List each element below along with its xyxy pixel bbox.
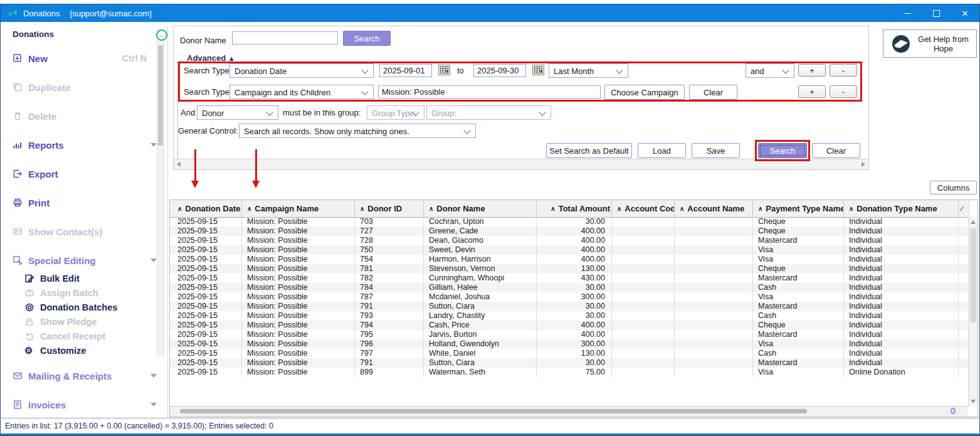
table-row[interactable]: 2025-09-15Mission: Possible899Waterman, … xyxy=(170,368,968,377)
cell-donor-name: White, Daniel xyxy=(424,349,537,358)
table-row[interactable]: 2025-09-15Mission: Possible784Gilliam, H… xyxy=(170,283,968,292)
table-row[interactable]: 2025-09-15Mission: Possible703Cochran, U… xyxy=(170,217,968,226)
column-header-campaign-name[interactable]: ∧Campaign Name xyxy=(242,200,355,217)
sidebar-item-special-editing[interactable]: Special Editing xyxy=(13,253,157,268)
table-row[interactable]: 2025-09-15Mission: Possible794Cash, Pric… xyxy=(170,321,968,330)
choose-campaign-button[interactable]: Choose Campaign xyxy=(604,85,685,100)
cell-account-code xyxy=(612,217,675,226)
add-criterion-button-1[interactable]: + xyxy=(798,64,826,77)
scroll-down-icon xyxy=(971,400,976,403)
cell-donor-id: 754 xyxy=(355,255,424,264)
column-header-total-amount[interactable]: ∧Total Amount xyxy=(537,200,612,217)
sort-asc-icon: ∧ xyxy=(247,205,251,212)
group-type-select[interactable]: Group Type: xyxy=(367,105,424,120)
donor-name-input[interactable] xyxy=(232,31,338,45)
sidebar-scrollbar-thumb[interactable] xyxy=(158,45,163,146)
table-row[interactable]: 2025-09-15Mission: Possible793Landry, Ch… xyxy=(170,311,968,321)
table-row[interactable]: 2025-09-15Mission: Possible754Harmon, Ha… xyxy=(170,255,968,264)
sidebar-item-cancel-receipt[interactable]: Cancel Receipt xyxy=(24,329,157,343)
add-criterion-button-2[interactable]: + xyxy=(798,85,826,98)
sidebar-scrollbar[interactable] xyxy=(157,40,164,356)
sidebar-item-export[interactable]: Export xyxy=(13,166,157,181)
cell-campaign-name: Mission: Possible xyxy=(242,217,355,226)
search-type-1-select[interactable]: Donation Date xyxy=(229,63,374,78)
column-header-donation-type-name[interactable]: ∧Donation Type Name xyxy=(844,200,959,217)
remove-criterion-button-2[interactable]: - xyxy=(830,85,857,98)
donor-search-button[interactable]: Search xyxy=(343,31,391,46)
date-from-input[interactable] xyxy=(379,64,432,77)
sidebar-item-customize[interactable]: ⚙Customize xyxy=(24,343,157,358)
table-row[interactable]: 2025-09-15Mission: Possible795Jarvis, Bu… xyxy=(170,330,968,339)
sidebar-item-show-pledge[interactable]: Show Pledge xyxy=(24,314,157,329)
column-header-payment-type-name[interactable]: ∧Payment Type Name xyxy=(753,200,844,217)
table-vscroll-thumb[interactable] xyxy=(970,228,976,322)
column-header-account-name[interactable]: ∧Account Name xyxy=(675,200,753,217)
column-header-donor-id[interactable]: ∧Donor ID xyxy=(355,200,424,217)
set-search-default-button[interactable]: Set Search as Default xyxy=(546,143,632,158)
columns-button[interactable]: Columns xyxy=(930,181,977,194)
table-row[interactable]: 2025-09-15Mission: Possible782Cunningham… xyxy=(170,274,968,283)
app-logo-icon xyxy=(8,9,18,17)
cell-donation-type-name: Individual xyxy=(844,349,959,358)
panel-horizontal-scrollbar[interactable] xyxy=(174,159,868,169)
cell-account-name xyxy=(675,330,753,339)
minimize-button[interactable] xyxy=(893,4,922,22)
column-header-donor-name[interactable]: ∧Donor Name xyxy=(424,200,537,217)
maximize-button[interactable] xyxy=(922,4,951,22)
table-hscroll-thumb[interactable] xyxy=(180,409,807,413)
column-header-account-code[interactable]: ∧Account Code xyxy=(612,200,675,217)
sidebar-item-label: Customize xyxy=(40,346,86,356)
cell-donation-type-name: Individual xyxy=(844,292,959,302)
cell-donor-id: 782 xyxy=(355,274,424,283)
sidebar-item-bulk-edit[interactable]: Bulk Edit xyxy=(24,271,157,285)
table-row[interactable]: 2025-09-15Mission: Possible727Greene, Ca… xyxy=(170,226,968,236)
sidebar-item-invoices[interactable]: Invoices xyxy=(13,397,157,412)
sidebar-item-reports[interactable]: Reports xyxy=(13,137,157,152)
general-control-select[interactable]: Search all records. Show only matching o… xyxy=(239,124,476,138)
search-type-1-value: Donation Date xyxy=(234,66,287,75)
column-header-donation-date[interactable]: ∧Donation Date xyxy=(170,200,242,217)
get-help-button[interactable]: Get Help from Hope xyxy=(883,29,977,58)
table-row[interactable]: 2025-09-15Mission: Possible796Holland, G… xyxy=(170,339,968,349)
cell-donor-id: 899 xyxy=(355,368,424,377)
sidebar-item-donation-batches[interactable]: Donation Batches xyxy=(24,300,157,314)
group-entity-select[interactable]: Donor xyxy=(197,105,278,120)
sidebar-item-duplicate[interactable]: Duplicate xyxy=(13,80,157,95)
table-horizontal-scrollbar[interactable]: 0 xyxy=(170,406,968,417)
group-select[interactable]: Group: xyxy=(426,105,551,120)
save-search-button[interactable]: Save xyxy=(692,143,740,158)
close-button[interactable]: ✕ xyxy=(951,4,979,22)
search-type-2-select[interactable]: Campaign and its Children xyxy=(229,85,374,99)
table-row[interactable]: 2025-09-15Mission: Possible797White, Dan… xyxy=(170,349,968,358)
table-row[interactable]: 2025-09-15Mission: Possible728Dean, Giac… xyxy=(170,236,968,245)
joiner-select[interactable]: and xyxy=(746,63,794,78)
table-vertical-scrollbar[interactable] xyxy=(968,217,977,407)
load-search-button[interactable]: Load xyxy=(638,143,686,158)
date-to-input[interactable] xyxy=(473,64,526,77)
table-row[interactable]: 2025-09-15Mission: Possible750Sweet, Dev… xyxy=(170,245,968,255)
sidebar-item-mailing-receipts[interactable]: Mailing & Receipts xyxy=(13,368,157,383)
campaign-clear-button[interactable]: Clear xyxy=(689,85,737,100)
table-row[interactable]: 2025-09-15Mission: Possible791Sutton, Ci… xyxy=(170,302,968,311)
campaign-input[interactable] xyxy=(378,85,601,98)
cell-account-name xyxy=(675,245,753,255)
table-row[interactable]: 2025-09-15Mission: Possible781Stevenson,… xyxy=(170,264,968,274)
sidebar-item-assign-batch[interactable]: Assign Batch xyxy=(24,285,157,300)
remove-criterion-button-1[interactable]: - xyxy=(830,64,857,77)
column-header-partial[interactable]: ∕ xyxy=(959,200,969,217)
clear-search-button[interactable]: Clear xyxy=(812,143,860,158)
advanced-search-button[interactable]: Search xyxy=(758,143,807,158)
sidebar-item-show-contact-s[interactable]: Show Contact(s) xyxy=(13,224,157,239)
sidebar-item-delete[interactable]: Delete xyxy=(13,109,157,124)
invoice-icon xyxy=(13,400,23,410)
date-preset-select[interactable]: Last Month xyxy=(549,63,628,78)
date-from-calendar-button[interactable] xyxy=(438,65,450,75)
sidebar-item-print[interactable]: Print xyxy=(13,195,157,210)
cell-donation-date: 2025-09-15 xyxy=(170,358,242,368)
sidebar-item-new[interactable]: NewCtrl N xyxy=(13,51,157,66)
table-row[interactable]: 2025-09-15Mission: Possible791Sutton, Ci… xyxy=(170,358,968,368)
date-to-calendar-button[interactable] xyxy=(532,65,544,75)
sidebar-collapse-toggle[interactable]: ← xyxy=(156,29,167,41)
table-row[interactable]: 2025-09-15Mission: Possible787Mcdaniel, … xyxy=(170,292,968,302)
advanced-toggle[interactable]: Advanced ▲ xyxy=(184,53,238,63)
